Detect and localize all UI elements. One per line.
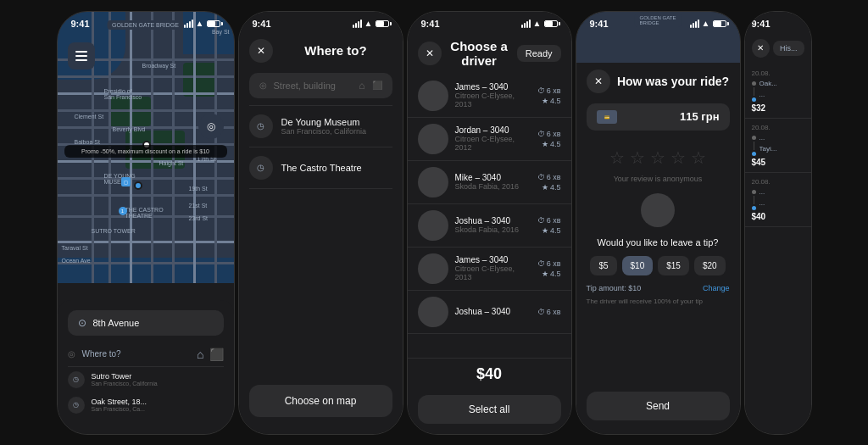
signal-bar-d2	[524, 23, 526, 28]
tip-btn-20[interactable]: $20	[694, 256, 726, 275]
close-button-where[interactable]: ✕	[249, 39, 273, 63]
star-4[interactable]: ☆	[670, 147, 686, 168]
destination-icon: ◎	[68, 349, 75, 359]
tip-btn-5[interactable]: $5	[590, 256, 616, 275]
tip-btn-10[interactable]: $10	[622, 256, 654, 275]
signal-bar-w2	[355, 23, 357, 28]
recent-info-2: Oak Street, 18... San Francisco, Ca...	[92, 398, 224, 412]
driver-dist-3: ⏱6 хв	[537, 216, 561, 225]
menu-button[interactable]	[68, 42, 95, 70]
driver-item-3[interactable]: Joshua – 3040 Skoda Fabia, 2016 ⏱6 хв ★4…	[408, 204, 571, 248]
star-1[interactable]: ☆	[609, 147, 625, 168]
tip-change-button[interactable]: Change	[703, 284, 730, 292]
map-circle-indicator: 1	[119, 207, 127, 215]
status-time-map: 9:41	[71, 19, 90, 29]
recent-icon-2: ◷	[68, 397, 85, 414]
route-line-0	[754, 87, 754, 96]
tip-btn-15[interactable]: $15	[658, 256, 689, 275]
location-button[interactable]: ◎	[198, 114, 224, 139]
driver-item-5[interactable]: Joshua – 3040 ⏱6 хв	[408, 291, 571, 334]
wifi-icon-rating: ▲	[702, 19, 710, 28]
nav-title-where: Where to?	[280, 43, 392, 58]
signal-bar-4	[192, 19, 193, 28]
map-label-deyoung: DE YOUNGMUSEUM	[104, 173, 136, 185]
recent-row-1[interactable]: ◷ Sutro Tower San Francisco, California	[68, 367, 224, 392]
screens-container: SouthBeach Broadway St Presidio ofSan Fr…	[0, 0, 868, 445]
tip-question: Would you like to leave a tip?	[576, 234, 740, 251]
map-label-haight: Haight St	[159, 160, 184, 166]
driver-item-2[interactable]: Mike – 3040 Skoda Fabia, 2016 ⏱6 хв ★4.5	[408, 161, 571, 204]
driver-meta-4: ⏱6 хв ★4.5	[537, 259, 561, 278]
search-bar[interactable]: ⊙ 8th Avenue	[68, 310, 224, 336]
route-place-from-1: ...	[760, 134, 804, 142]
map-label-sutro: SUTRO TOWER	[92, 228, 136, 234]
home-icon[interactable]: ⌂	[197, 348, 203, 361]
history-tab[interactable]: His...	[773, 41, 804, 56]
select-all-button[interactable]: Select all	[418, 395, 561, 424]
history-route-2: ... ...	[752, 188, 804, 210]
history-nav: ✕ His...	[745, 32, 811, 64]
history-item-1[interactable]: 20.08. ... Tayi... $45	[745, 119, 811, 173]
history-item-2[interactable]: 20.08. ... ... $40	[745, 173, 811, 227]
battery-fill-rating	[714, 21, 722, 26]
signal-bar-2	[186, 23, 188, 28]
driver-item-4[interactable]: James – 3040 Citroen C-Elysee, 2013 ⏱6 х…	[408, 248, 571, 291]
star-5[interactable]: ☆	[691, 147, 706, 168]
anon-text: Your review is anonymous	[576, 171, 740, 190]
wifi-icon-driver: ▲	[533, 19, 542, 28]
tip-options: $5 $10 $15 $20	[576, 251, 740, 281]
map-road-h2	[58, 75, 234, 78]
signal-bar-r4	[698, 19, 699, 28]
status-bar-driver: 9:41 ▲	[408, 12, 571, 32]
work-icon[interactable]: ⬛	[209, 348, 224, 361]
close-button-rating[interactable]: ✕	[587, 70, 610, 93]
search-placeholder-where: Street, building	[274, 81, 349, 91]
choose-map-button[interactable]: Choose on map	[249, 385, 392, 417]
map-label-21st: 21st St	[189, 203, 208, 209]
bottom-sheet-map: ⊙ 8th Avenue ◎ Where to? ⌂ ⬛ ◷ Sutro Tow…	[58, 300, 234, 434]
nav-bar-where: ✕ Where to?	[239, 32, 403, 70]
history-route-1: ... Tayi...	[752, 134, 804, 156]
route-dot-dest-0	[752, 97, 756, 102]
stars-row[interactable]: ☆ ☆ ☆ ☆ ☆	[576, 137, 740, 171]
spacer-where	[239, 242, 403, 378]
recent-row-2[interactable]: ◷ Oak Street, 18... San Francisco, Ca...	[68, 392, 224, 418]
route-place-to-2: ...	[760, 199, 804, 207]
map-road-h3	[58, 92, 234, 95]
wifi-icon-where: ▲	[364, 19, 373, 28]
close-button-history[interactable]: ✕	[752, 39, 770, 58]
history-item-0[interactable]: 20.08. Oak... ... $32	[745, 64, 811, 119]
work-icon-where[interactable]: ⬛	[372, 81, 382, 90]
driver-info-3: Joshua – 3040 Skoda Fabia, 2016	[455, 216, 531, 234]
driver-dist-0: ⏱6 хв	[537, 86, 561, 95]
driver-item-0[interactable]: James – 3040 Citroen C-Elysee, 2013 ⏱6 х…	[408, 75, 571, 118]
menu-icon	[75, 51, 87, 61]
map-background: SouthBeach Broadway St Presidio ofSan Fr…	[58, 12, 234, 283]
map-road-h11	[58, 241, 234, 243]
route-dots-0	[752, 80, 756, 102]
recent-name-2: Oak Street, 18...	[92, 398, 224, 406]
map-label-broadway: Broadway St	[142, 63, 176, 69]
spacer-rating	[576, 312, 740, 387]
place-icon-2: ◷	[249, 156, 273, 180]
place-item-2[interactable]: ◷ The Castro Theatre	[239, 147, 403, 188]
send-button[interactable]: Send	[587, 392, 730, 420]
star-3[interactable]: ☆	[650, 147, 665, 168]
star-2[interactable]: ☆	[630, 147, 645, 168]
close-button-driver[interactable]: ✕	[418, 42, 442, 65]
history-date-2: 20.08.	[752, 178, 804, 186]
place-name-2: The Castro Theatre	[281, 163, 392, 173]
route-line-2	[754, 196, 754, 204]
status-bar-rating: 9:41 ▲	[576, 12, 740, 32]
destination-row[interactable]: ◎ Where to? ⌂ ⬛	[68, 342, 224, 367]
screen-driver: 9:41 ▲ ✕ Choose a driver Ready	[408, 12, 571, 434]
home-icon-where[interactable]: ⌂	[359, 80, 364, 92]
place-item-1[interactable]: ◷ De Young Museum San Francisco, Califor…	[239, 106, 403, 147]
search-input-row[interactable]: ◎ Street, building ⌂ ⬛	[249, 73, 392, 98]
menu-line-1	[75, 51, 87, 53]
route-place-from-2: ...	[760, 188, 804, 196]
search-text: 8th Avenue	[93, 318, 140, 328]
driver-item-1[interactable]: Jordan – 3040 Citroen C-Elysee, 2012 ⏱6 …	[408, 118, 571, 161]
map-label-geary: Beverly Blvd	[113, 126, 146, 132]
signal-bar-w3	[358, 21, 359, 28]
